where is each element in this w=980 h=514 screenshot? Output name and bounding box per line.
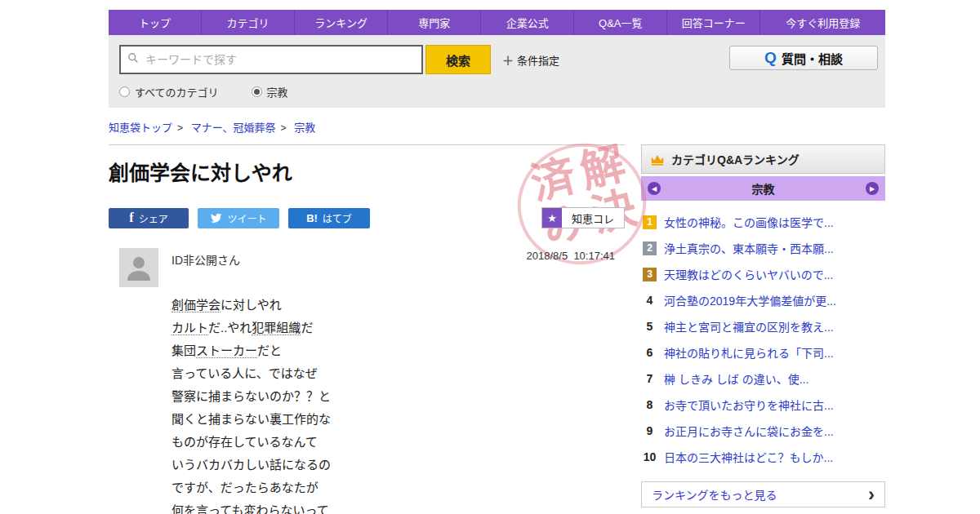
question-line: 集団ストーカーだと [172, 339, 625, 362]
ranking-item: 8 お寺で頂いたお守りを神社に古... [641, 392, 885, 418]
ranking-item: 3 天理教はどのくらいヤバいので... [641, 261, 885, 287]
page: トップ カテゴリ ランキング 専門家 企業公式 Q&A一覧 回答コーナー 今すぐ… [109, 10, 885, 514]
hatena-icon: B! [306, 212, 318, 224]
search-box[interactable] [119, 45, 423, 74]
search-section: 検索 ＋ 条件指定 Q 質問・相談 すべてのカテゴリ 宗教 [109, 35, 885, 108]
ranking-item: 4 河合塾の2019年大学偏差値が更... [641, 287, 885, 313]
refine-conditions-link[interactable]: ＋ 条件指定 [502, 51, 559, 68]
ranking-link[interactable]: お寺で頂いたお守りを神社に古... [664, 397, 834, 413]
question-magnifier-icon: Q [764, 49, 777, 67]
crown-icon [650, 153, 665, 166]
question-line: ですが、だったらあなたが [172, 476, 625, 499]
share-row: f シェア ツイート B! はてブ ★ 知恵コレ [109, 207, 625, 228]
rank-number: 10 [643, 450, 657, 464]
radio-all-label: すべてのカテゴリ [135, 84, 219, 100]
radio-religion-label: 宗教 [267, 84, 288, 100]
ranking-link[interactable]: 浄土真宗の、東本願寺・西本願... [664, 240, 834, 256]
arrow-left-icon[interactable]: ◀ [648, 182, 661, 195]
hatena-share-label: はてブ [323, 211, 352, 225]
twitter-share-button[interactable]: ツイート [198, 208, 279, 228]
question-main: 解決済み 創価学会に対しやれ f シェア ツイート B! はてブ [109, 144, 625, 514]
question-line: いうバカバカしい話になるの [172, 454, 625, 476]
radio-selected-icon [252, 86, 262, 97]
ranking-sidebar: カテゴリQ&Aランキング ◀ 宗教 ▶ 1 女性の神秘。この画像は医学で... … [641, 144, 885, 514]
rank-badge: 1 [643, 215, 657, 229]
ranking-tab-label: 宗教 [752, 180, 775, 197]
nav-item-category[interactable]: カテゴリ [202, 10, 295, 35]
nav-item-qa-list[interactable]: Q&A一覧 [574, 10, 667, 35]
breadcrumb: 知恵袋トップ> マナー、冠婚葬祭> 宗教 [109, 119, 885, 135]
breadcrumb-separator: > [281, 122, 287, 134]
radio-all-categories[interactable]: すべてのカテゴリ [119, 84, 219, 100]
ranking-link[interactable]: 女性の神秘。この画像は医学で... [664, 214, 834, 230]
ranking-item: 9 お正月にお寺さんに袋にお金を... [641, 418, 885, 444]
ranking-link[interactable]: 榊 しきみ しば の違い、使... [664, 370, 808, 387]
ranking-more-label: ランキングをもっと見る [652, 486, 777, 503]
question-meta: ID非公開さん 2018/8/5 10:17:41 [109, 248, 625, 287]
ranking-list: 1 女性の神秘。この画像は医学で... 2 浄土真宗の、東本願寺・西本願... … [641, 209, 885, 470]
question-body: 創価学会に対しやれ カルトだ..やれ犯罪組織だ 集団ストーカーだと 言っている人… [172, 294, 625, 514]
rank-number: 8 [643, 398, 657, 412]
star-icon: ★ [542, 208, 562, 228]
ranking-item: 6 神社の貼り札に見られる「下司... [641, 339, 885, 366]
search-button[interactable]: 検索 [425, 45, 491, 74]
chiecolle-button[interactable]: ★ 知恵コレ [541, 207, 625, 228]
nav-item-expert[interactable]: 専門家 [388, 10, 481, 35]
chevron-right-icon: › [868, 485, 875, 504]
rank-number: 6 [643, 346, 657, 360]
rank-number: 4 [643, 294, 657, 308]
question-line: 何を言っても変わらないって [172, 499, 625, 514]
question-title: 創価学会に対しやれ [109, 157, 625, 186]
ranking-category-tab: ◀ 宗教 ▶ [641, 176, 885, 201]
nav-item-answer-corner[interactable]: 回答コーナー [667, 10, 760, 35]
facebook-share-label: シェア [139, 211, 168, 225]
rank-number: 9 [643, 424, 657, 438]
nav-item-corporate[interactable]: 企業公式 [481, 10, 574, 35]
search-input[interactable] [144, 52, 415, 67]
question-line: ものが存在しているなんて [172, 431, 625, 454]
ask-label: 質問・相談 [782, 50, 843, 67]
user-name[interactable]: ID非公開さん [172, 251, 240, 287]
facebook-share-button[interactable]: f シェア [109, 208, 189, 228]
rank-number: 7 [643, 372, 657, 386]
question-date: 2018/8/5 10:17:41 [527, 250, 615, 262]
question-line: 言っている人に、ではなぜ [172, 362, 625, 385]
ranking-item: 10 日本の三大神社はどこ？もしか... [641, 444, 885, 470]
question-line: 聞くと捕まらない裏工作的な [172, 408, 625, 431]
breadcrumb-category[interactable]: マナー、冠婚葬祭 [191, 122, 276, 134]
refine-label: 条件指定 [517, 52, 559, 68]
ask-question-button[interactable]: Q 質問・相談 [729, 46, 878, 70]
breadcrumb-subcategory[interactable]: 宗教 [294, 122, 315, 134]
twitter-bird-icon [210, 213, 222, 224]
radio-category-religion[interactable]: 宗教 [252, 84, 288, 100]
search-icon [127, 52, 139, 67]
ranking-item: 7 榊 しきみ しば の違い、使... [641, 366, 885, 392]
nav-item-register[interactable]: 今すぐ利用登録 [760, 10, 885, 35]
ranking-link[interactable]: 神社の貼り札に見られる「下司... [664, 344, 834, 361]
nav-item-ranking[interactable]: ランキング [295, 10, 388, 35]
ranking-header: カテゴリQ&Aランキング [641, 144, 885, 174]
ranking-title: カテゴリQ&Aランキング [671, 151, 800, 167]
twitter-share-label: ツイート [227, 211, 266, 225]
nav-item-top[interactable]: トップ [109, 10, 202, 35]
question-line: 創価学会に対しやれ [172, 294, 625, 317]
breadcrumb-home[interactable]: 知恵袋トップ [109, 122, 172, 134]
question-line: 警察に捕まらないのか？？と [172, 385, 625, 408]
ranking-link[interactable]: 日本の三大神社はどこ？もしか... [664, 449, 833, 465]
ranking-link[interactable]: 神主と宮司と禰宜の区別を教え... [664, 318, 834, 335]
ranking-link[interactable]: 天理教はどのくらいヤバいので... [664, 266, 833, 282]
arrow-right-icon[interactable]: ▶ [866, 182, 879, 195]
rank-number: 5 [643, 320, 657, 334]
ranking-link[interactable]: お正月にお寺さんに袋にお金を... [664, 423, 834, 439]
rank-badge: 2 [643, 241, 657, 255]
top-nav: トップ カテゴリ ランキング 専門家 企業公式 Q&A一覧 回答コーナー 今すぐ… [109, 10, 885, 35]
ranking-more-link[interactable]: ランキングをもっと見る › [641, 481, 885, 507]
ranking-link[interactable]: 河合塾の2019年大学偏差値が更... [664, 292, 836, 308]
ranking-item: 5 神主と宮司と禰宜の区別を教え... [641, 313, 885, 339]
chiecolle-label: 知恵コレ [562, 210, 624, 226]
avatar [119, 248, 158, 287]
category-radio-row: すべてのカテゴリ 宗教 [119, 84, 875, 100]
facebook-icon: f [129, 210, 133, 225]
plus-icon: ＋ [502, 51, 514, 68]
hatena-share-button[interactable]: B! はてブ [288, 208, 370, 228]
